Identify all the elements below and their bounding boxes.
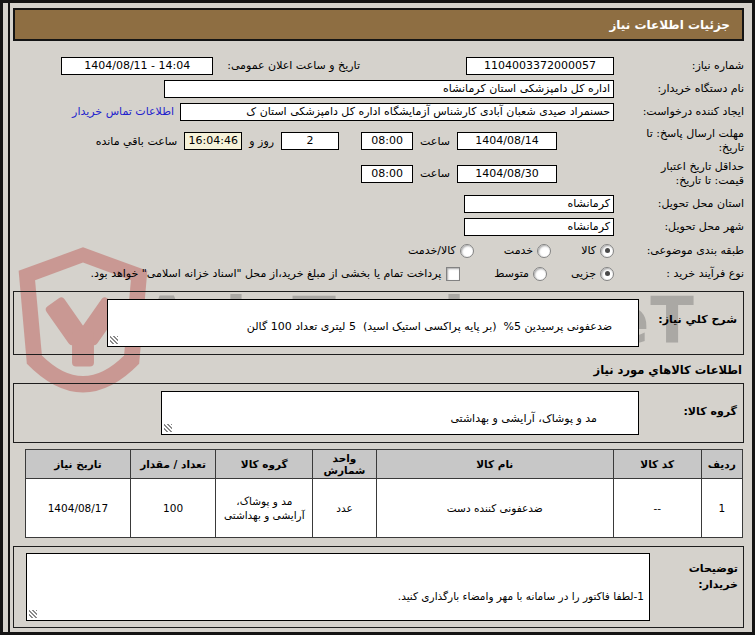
row-delivery-province: استان محل تحویل: کرمانشاه (13, 194, 744, 213)
radio-goods[interactable] (600, 244, 614, 258)
page-title: جزئیات اطلاعات نیاز (609, 18, 730, 32)
reply-deadline-hour-field[interactable]: 08:00 (361, 132, 413, 150)
col-goods-code: کد کالا (613, 450, 701, 479)
request-creator-field[interactable]: حسنمراد صیدی شعبان آبادی کارشناس آزمایشگ… (180, 103, 614, 121)
buyer-notes-label: توضیحات خریدار: (650, 553, 738, 592)
hours-remaining-label: ساعت باقي مانده (96, 135, 178, 148)
col-goods-name: نام کالا (376, 450, 613, 479)
radio-service-label: خدمت (504, 244, 533, 257)
price-validity-hour-field[interactable]: 08:00 (361, 165, 413, 183)
resize-handle[interactable] (29, 610, 37, 618)
days-remaining-field[interactable]: 2 (281, 132, 339, 150)
cell-quantity: 100 (130, 479, 215, 538)
price-validity-date-field[interactable]: 1404/08/30 (457, 165, 557, 183)
buyer-note-line: 1-لطفا فاکتور را در سامانه با مهر وامضاء… (32, 589, 644, 605)
page-left-border (8, 3, 10, 632)
row-process-type: نوع فرآیند خرید : جزیی متوسط پرداخت تمام… (13, 264, 744, 283)
price-validity-label: حداقل تاریخ اعتبار قیمت: تا تاریخ: (629, 160, 744, 189)
need-number-field[interactable]: 1104003372000057 (466, 57, 614, 75)
cell-goods-code: -- (613, 479, 701, 538)
resize-handle[interactable] (164, 424, 172, 432)
countdown-timer: 16:04:46 (184, 132, 242, 150)
need-description-value: ضدعفونی پرسیدین 5% (بر پایه پراکسی استیک… (247, 320, 612, 333)
days-remaining-label: روز و (249, 135, 274, 148)
col-need-date: تاریخ نیاز (26, 450, 131, 479)
need-details-form: شماره نیاز: 1104003372000057 تاریخ و ساع… (13, 56, 744, 635)
radio-service[interactable] (537, 244, 551, 258)
reply-deadline-hour-label: ساعت (420, 135, 450, 148)
radio-medium-label: متوسط (494, 267, 529, 280)
cell-goods-name: ضدعفونی کننده دست (376, 479, 613, 538)
classification-label: طبقه بندی موضوعی: (614, 244, 744, 257)
row-buyer-org: نام دستگاه خریدار: اداره کل دامپزشکی است… (13, 79, 744, 98)
row-request-creator: ایجاد کننده درخواست: حسنمراد صیدی شعبان … (13, 102, 744, 121)
radio-minor-label: جزیی (571, 267, 596, 280)
buyer-org-label: نام دستگاه خریدار: (614, 82, 744, 95)
goods-section-title: اطلاعات کالاهاي مورد نیاز (13, 363, 742, 377)
delivery-province-label: استان محل تحویل: (614, 197, 744, 210)
buyer-notes-field[interactable]: 1-لطفا فاکتور را در سامانه با مهر وامضاء… (26, 553, 650, 621)
radio-goods-label: کالا (581, 244, 596, 257)
table-row: 1 -- ضدعفونی کننده دست عدد مد و پوشاک، آ… (26, 479, 743, 538)
goods-table-header-row: ردیف کد کالا نام کالا واحد شمارش گروه کا… (26, 450, 743, 479)
buyer-org-field[interactable]: اداره کل دامپزشکی استان کرمانشاه (164, 80, 614, 98)
goods-table: ردیف کد کالا نام کالا واحد شمارش گروه کا… (25, 449, 743, 538)
need-description-section: شرح کلي نیاز: ضدعفونی پرسیدین 5% (بر پای… (13, 291, 744, 355)
row-reply-deadline: مهلت ارسال پاسخ: تا تاریخ: 1404/08/14 سا… (13, 127, 744, 156)
treasury-note: پرداخت تمام یا بخشی از مبلغ خرید،از محل … (91, 267, 442, 280)
goods-group-label: گروه کالا: (639, 391, 737, 418)
row-classification: طبقه بندی موضوعی: کالا خدمت کالا/خدمت (13, 241, 744, 260)
reply-deadline-label: مهلت ارسال پاسخ: تا تاریخ: (629, 127, 744, 156)
treasury-checkbox[interactable] (446, 267, 460, 281)
delivery-city-field[interactable]: کرمانشاه (464, 218, 614, 236)
request-creator-label: ایجاد کننده درخواست: (614, 105, 744, 118)
row-need-number: شماره نیاز: 1104003372000057 تاریخ و ساع… (13, 56, 744, 75)
need-description-label: شرح کلي نیاز: (639, 299, 737, 326)
delivery-province-field[interactable]: کرمانشاه (464, 195, 614, 213)
cell-goods-group: مد و پوشاک، آرایشی و بهداشتی (216, 479, 313, 538)
goods-group-value: مد و پوشاک، آرایشی و بهداشتی (450, 412, 597, 425)
col-row-number: ردیف (701, 450, 742, 479)
radio-medium[interactable] (533, 267, 547, 281)
row-delivery-city: شهر محل تحویل: کرمانشاه (13, 217, 744, 236)
page-header: جزئیات اطلاعات نیاز (13, 8, 744, 41)
reply-deadline-date-field[interactable]: 1404/08/14 (457, 132, 557, 150)
cell-unit: عدد (313, 479, 376, 538)
col-goods-group: گروه کالا (216, 450, 313, 479)
goods-group-field[interactable]: مد و پوشاک، آرایشی و بهداشتی (161, 391, 639, 435)
announce-datetime-label: تاریخ و ساعت اعلان عمومی: (221, 59, 360, 72)
price-validity-hour-label: ساعت (420, 167, 450, 180)
col-quantity: تعداد / مقدار (130, 450, 215, 479)
cell-row-number: 1 (701, 479, 742, 538)
radio-goods-service[interactable] (460, 244, 474, 258)
col-unit: واحد شمارش (313, 450, 376, 479)
row-price-validity: حداقل تاریخ اعتبار قیمت: تا تاریخ: 1404/… (13, 160, 744, 189)
radio-goods-service-label: کالا/خدمت (408, 244, 456, 257)
buyer-notes-section: توضیحات خریدار: 1-لطفا فاکتور را در ساما… (13, 546, 744, 628)
process-type-label: نوع فرآیند خرید : (614, 267, 744, 280)
resize-handle[interactable] (110, 336, 118, 344)
cell-need-date: 1404/08/17 (26, 479, 131, 538)
need-description-field[interactable]: ضدعفونی پرسیدین 5% (بر پایه پراکسی استیک… (107, 299, 639, 347)
buyer-contact-link[interactable]: اطلاعات تماس خریدار (72, 105, 174, 118)
goods-group-section: گروه کالا: مد و پوشاک، آرایشی و بهداشتی (13, 383, 744, 443)
delivery-city-label: شهر محل تحویل: (614, 220, 744, 233)
radio-minor[interactable] (600, 267, 614, 281)
need-number-label: شماره نیاز: (614, 59, 744, 72)
announce-datetime-field[interactable]: 1404/08/11 - 14:04 (61, 57, 213, 75)
